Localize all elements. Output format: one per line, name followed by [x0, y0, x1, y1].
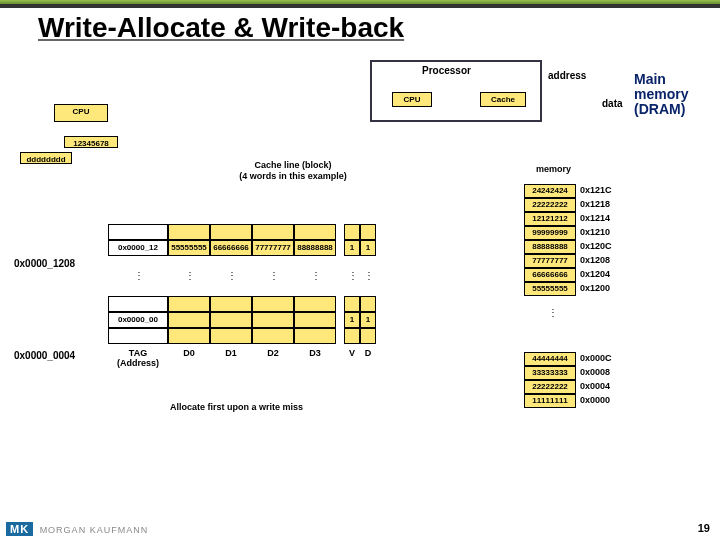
cache-caption-l2: (4 words in this example)	[218, 171, 368, 182]
main-mem-l1: Main	[634, 72, 688, 87]
memory-bot-block: 444444440x000C 333333330x0008 222222220x…	[524, 352, 622, 408]
cache-r1-tag: 0x0000_12	[108, 240, 168, 256]
cache-r2-v: 1	[344, 312, 360, 328]
mk-badge: MK	[6, 522, 33, 536]
cache-r1-v: 1	[344, 240, 360, 256]
d3-hdr: D3	[294, 348, 336, 362]
mem-4-addr: 0x120C	[576, 240, 622, 254]
memb-3-addr: 0x0000	[576, 394, 622, 408]
cache-filled-row-2: 0x0000_00 1 1	[108, 312, 376, 328]
cache-d-empty2	[360, 296, 376, 312]
memory-vdots: ⋮	[542, 310, 562, 316]
cache-d2-empty	[252, 224, 294, 240]
cache-table: 0x0000_12 55555555 66666666 77777777 888…	[108, 224, 376, 362]
memb-2-val: 22222222	[524, 380, 576, 394]
memb-1-addr: 0x0008	[576, 366, 622, 380]
cache-dots-row: ⋮ ⋮ ⋮ ⋮ ⋮ ⋮ ⋮	[108, 256, 376, 296]
cache-empty-row3	[108, 328, 376, 344]
cache-r1-d1: 66666666	[210, 240, 252, 256]
allocate-note: Allocate first upon a write miss	[170, 402, 303, 412]
mem-2-addr: 0x1214	[576, 212, 622, 226]
mem-6-val: 66666666	[524, 268, 576, 282]
mem-7-addr: 0x1200	[576, 282, 622, 296]
cache-d0-empty	[168, 224, 210, 240]
main-memory-label: Main memory (DRAM)	[634, 72, 688, 117]
memb-1-val: 33333333	[524, 366, 576, 380]
mem-3-addr: 0x1210	[576, 226, 622, 240]
cache-v-empty	[344, 224, 360, 240]
cache-r1-d2: 77777777	[252, 240, 294, 256]
cache-d3-empty2	[294, 296, 336, 312]
cache-caption-l1: Cache line (block)	[218, 160, 368, 171]
publisher-logo: MK MORGAN KAUFMANN	[6, 522, 148, 536]
mem-0-addr: 0x121C	[576, 184, 622, 198]
cache-d-empty	[360, 224, 376, 240]
memb-0-val: 44444444	[524, 352, 576, 366]
cache-r2-tag: 0x0000_00	[108, 312, 168, 328]
top-accent-bar	[0, 0, 720, 8]
d0-hdr: D0	[168, 348, 210, 362]
cache-d-empty3	[360, 328, 376, 344]
cache-r1-d3: 88888888	[294, 240, 336, 256]
cache-d3-empty3	[294, 328, 336, 344]
mem-7-val: 55555555	[524, 282, 576, 296]
cache-d3-empty	[294, 224, 336, 240]
mem-2-val: 12121212	[524, 212, 576, 226]
side-value-box: 12345678	[64, 136, 118, 148]
main-mem-l2: memory	[634, 87, 688, 102]
side-cpu-box: CPU	[54, 104, 108, 122]
cache-r2-d2	[252, 312, 294, 328]
memb-3-val: 11111111	[524, 394, 576, 408]
cache-d1-empty2	[210, 296, 252, 312]
cache-v-empty3	[344, 328, 360, 344]
publisher-name: MORGAN KAUFMANN	[40, 525, 149, 535]
processor-label: Processor	[422, 65, 471, 76]
diagram-stage: Processor CPU Cache address data Main me…	[20, 56, 700, 510]
address-arrow-label: address	[548, 70, 586, 81]
cache-r2-d: 1	[360, 312, 376, 328]
side-dddd-box: dddddddd	[20, 152, 72, 164]
memb-0-addr: 0x000C	[576, 352, 622, 366]
cache-r2-d1	[210, 312, 252, 328]
cache-empty-row2	[108, 296, 376, 312]
cache-line-caption: Cache line (block) (4 words in this exam…	[218, 160, 368, 182]
cache-tag-empty2	[108, 296, 168, 312]
cache-addr-1208: 0x0000_1208	[14, 258, 75, 269]
cache-v-empty2	[344, 296, 360, 312]
mem-6-addr: 0x1204	[576, 268, 622, 282]
memory-top-block: 242424240x121C 222222220x1218 121212120x…	[524, 184, 622, 296]
cache-d1-empty3	[210, 328, 252, 344]
v-hdr: V	[344, 348, 360, 362]
mem-3-val: 99999999	[524, 226, 576, 240]
mem-0-val: 24242424	[524, 184, 576, 198]
cache-inner-box: Cache	[480, 92, 526, 107]
cache-d0-empty3	[168, 328, 210, 344]
cache-d2-empty3	[252, 328, 294, 344]
page-title: Write-Allocate & Write-back	[0, 8, 720, 46]
d1-hdr: D1	[210, 348, 252, 362]
cache-d1-empty	[210, 224, 252, 240]
main-mem-l3: (DRAM)	[634, 102, 688, 117]
cache-addr-0004: 0x0000_0004	[14, 350, 75, 361]
memory-header: memory	[536, 164, 571, 174]
mem-5-val: 77777777	[524, 254, 576, 268]
cache-tag-empty	[108, 224, 168, 240]
cache-col-headers: TAG (Address) D0 D1 D2 D3 V D	[108, 348, 376, 362]
page-number: 19	[698, 522, 710, 534]
memb-2-addr: 0x0004	[576, 380, 622, 394]
mem-5-addr: 0x1208	[576, 254, 622, 268]
mem-1-val: 22222222	[524, 198, 576, 212]
d-hdr: D	[360, 348, 376, 362]
cache-d0-empty2	[168, 296, 210, 312]
d2-hdr: D2	[252, 348, 294, 362]
cache-r2-d0	[168, 312, 210, 328]
cache-empty-row	[108, 224, 376, 240]
data-arrow-label: data	[602, 98, 623, 109]
cache-r1-d0: 55555555	[168, 240, 210, 256]
mem-4-val: 88888888	[524, 240, 576, 254]
processor-box: Processor CPU Cache	[370, 60, 542, 122]
tag-col-hdr: TAG (Address)	[108, 348, 168, 362]
cpu-inner-box: CPU	[392, 92, 432, 107]
cache-tag-empty3	[108, 328, 168, 344]
cache-r1-d: 1	[360, 240, 376, 256]
